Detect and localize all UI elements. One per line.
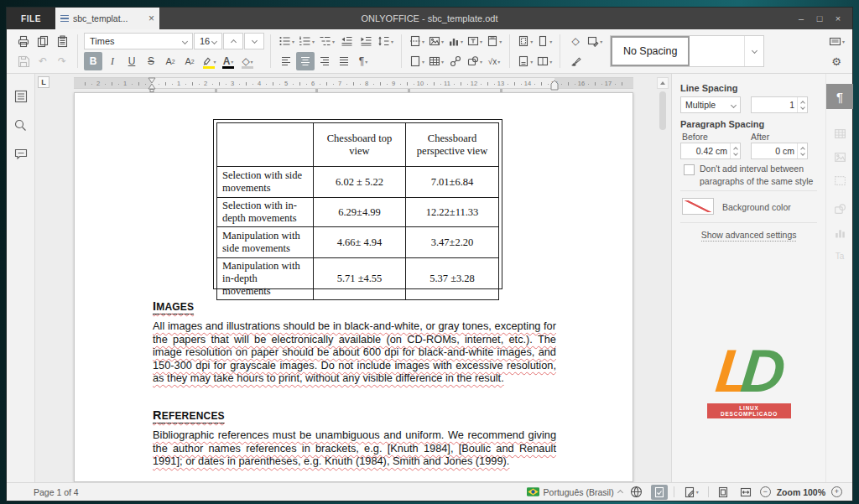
vertical-scrollbar[interactable] — [657, 77, 669, 481]
background-color-swatch[interactable] — [682, 198, 714, 215]
spinner-arrows-icon[interactable] — [797, 97, 807, 112]
styles-gallery-expand-icon[interactable] — [745, 36, 763, 66]
subscript-button[interactable]: A2 — [180, 52, 199, 70]
language-selector[interactable]: Português (Brasil) — [527, 487, 622, 497]
tab-stop-selector[interactable]: L — [38, 76, 49, 88]
bold-button[interactable]: B — [84, 52, 102, 70]
line-spacing-type-select[interactable]: Multiple — [680, 96, 741, 113]
justify-button[interactable] — [335, 52, 353, 70]
align-right-button[interactable] — [315, 52, 334, 70]
comments-icon[interactable] — [13, 146, 29, 161]
table-cell[interactable]: 5.71 ±4.55 — [314, 258, 406, 300]
italic-button[interactable]: I — [103, 52, 122, 70]
spinner-arrows-icon[interactable] — [797, 143, 807, 158]
horizontal-ruler[interactable]: 211234567891011121314151617 — [74, 77, 633, 89]
paragraph-images[interactable]: All images and illustrations should be i… — [153, 320, 556, 385]
fit-width-icon[interactable] — [737, 485, 754, 500]
insert-text-box-button[interactable]: ▾ — [466, 32, 484, 50]
indent-marker[interactable] — [148, 77, 156, 92]
insert-image-button[interactable]: ▾ — [427, 32, 445, 50]
track-changes-icon[interactable]: ▾ — [680, 485, 702, 500]
document-page[interactable]: Chessboard top view Chessboard perspecti… — [74, 92, 633, 482]
copy-style-button[interactable] — [566, 52, 585, 70]
decrease-indent-button[interactable] — [337, 32, 356, 50]
zoom-level-indicator[interactable]: Zoom 100% — [777, 487, 825, 497]
multilevel-list-button[interactable]: ▾ — [317, 32, 336, 50]
spinner-arrows-icon[interactable] — [730, 143, 740, 158]
table-cell[interactable]: 6.02 ± 5.22 — [314, 167, 406, 198]
insert-table-button[interactable]: ▾ — [427, 52, 445, 70]
spell-checking-icon[interactable] — [651, 485, 668, 500]
nonprinting-characters-button[interactable]: ¶▾ — [354, 52, 372, 70]
paste-button[interactable] — [53, 32, 71, 50]
font-color-button[interactable]: A▾ — [219, 52, 237, 70]
increase-font-size-button[interactable] — [223, 33, 243, 49]
spacing-after-spinner[interactable]: 0 cm — [751, 143, 808, 159]
table-cell[interactable]: 5.37 ±3.28 — [406, 258, 499, 300]
paragraph-references[interactable]: Bibliographic references must be unambig… — [153, 429, 556, 468]
show-advanced-settings-link[interactable]: Show advanced settings — [672, 230, 825, 240]
copy-button[interactable] — [34, 32, 52, 50]
zoom-in-icon[interactable]: + — [831, 486, 842, 497]
table-settings-tab-icon[interactable] — [826, 121, 853, 146]
table-header[interactable]: Chessboard top view — [314, 123, 406, 167]
page-margins-button[interactable]: ▾ — [516, 32, 534, 50]
page-number-indicator[interactable]: Page 1 of 4 — [34, 487, 79, 497]
right-indent-marker[interactable] — [550, 79, 559, 91]
line-spacing-button[interactable]: ▾ — [376, 32, 395, 50]
decrease-font-size-button[interactable] — [244, 33, 264, 49]
settings-gear-icon[interactable]: ⚙ — [827, 52, 846, 70]
font-size-select[interactable]: 16 — [194, 33, 222, 49]
file-menu-tab[interactable]: FILE — [7, 8, 55, 29]
table-cell[interactable]: 7.01±6.84 — [406, 167, 499, 198]
chart-settings-tab-icon[interactable] — [826, 220, 853, 245]
underline-button[interactable]: U — [122, 52, 141, 70]
table-header[interactable]: Chessboard perspective view — [406, 123, 499, 167]
minimize-button[interactable]: – — [794, 13, 809, 23]
zoom-out-icon[interactable]: − — [760, 486, 771, 497]
superscript-button[interactable]: A2 — [161, 52, 180, 70]
tab-close-icon[interactable]: × — [148, 13, 154, 23]
table-cell[interactable]: 12.22±11.33 — [406, 198, 499, 227]
navigation-headings-icon[interactable] — [13, 89, 29, 104]
search-icon[interactable] — [13, 117, 29, 132]
table-cell[interactable]: Selection with in-depth movements — [217, 198, 314, 227]
save-button[interactable] — [14, 52, 33, 70]
table-cell[interactable]: 3.47±2.20 — [406, 227, 499, 258]
image-settings-tab-icon[interactable] — [826, 144, 853, 169]
spacing-before-spinner[interactable]: 0.42 cm — [680, 143, 741, 159]
style-empty-slot[interactable] — [690, 36, 745, 66]
document-tab[interactable]: sbc_templat... × — [55, 8, 159, 29]
document-table[interactable]: Chessboard top view Chessboard perspecti… — [213, 119, 502, 289]
insert-shape-button[interactable]: ▾ — [466, 52, 484, 70]
table-cell[interactable]: 4.66± 4.94 — [314, 227, 406, 258]
page-break-button[interactable]: ▾ — [408, 32, 426, 50]
header-footer-button[interactable]: ▾ — [485, 32, 503, 50]
redo-button[interactable]: ↷ — [53, 52, 71, 70]
style-no-spacing[interactable]: No Spacing — [611, 36, 690, 66]
print-button[interactable] — [14, 32, 33, 50]
page-orientation-button[interactable]: ▾ — [535, 32, 554, 50]
font-name-select[interactable]: Times — [84, 33, 193, 49]
header-footer-settings-tab-icon[interactable] — [826, 168, 853, 193]
table-cell[interactable]: Manipulation with side movements — [217, 227, 314, 258]
numbered-list-button[interactable]: ▾ — [297, 32, 316, 50]
line-spacing-value-spinner[interactable]: 1 — [751, 96, 808, 113]
paragraph-settings-tab-icon[interactable]: ¶ — [826, 84, 853, 109]
page-columns-button[interactable]: ▾ — [535, 52, 554, 70]
same-style-interval-checkbox[interactable] — [684, 164, 695, 175]
align-left-button[interactable] — [277, 52, 295, 70]
table-cell[interactable]: 6.29±4.99 — [314, 198, 406, 227]
editor-canvas[interactable]: L 211234567891011121314151617 Chessboard… — [35, 74, 671, 482]
table-header-empty[interactable] — [217, 123, 314, 167]
highlight-color-button[interactable]: ▾ — [200, 52, 218, 70]
insert-chart-button[interactable]: ▾ — [446, 32, 465, 50]
table-cell[interactable]: Manipulation with in-depth movements — [217, 258, 314, 300]
scroll-up-icon[interactable] — [657, 77, 669, 89]
page-size-button[interactable]: ▾ — [516, 52, 534, 70]
textart-settings-tab-icon[interactable]: Ta — [826, 243, 853, 268]
clear-style-button[interactable]: ◇ — [566, 32, 585, 50]
maximize-button[interactable]: □ — [812, 13, 827, 23]
insert-equation-button[interactable]: √x▾ — [485, 52, 503, 70]
strikethrough-button[interactable]: S — [142, 52, 160, 70]
